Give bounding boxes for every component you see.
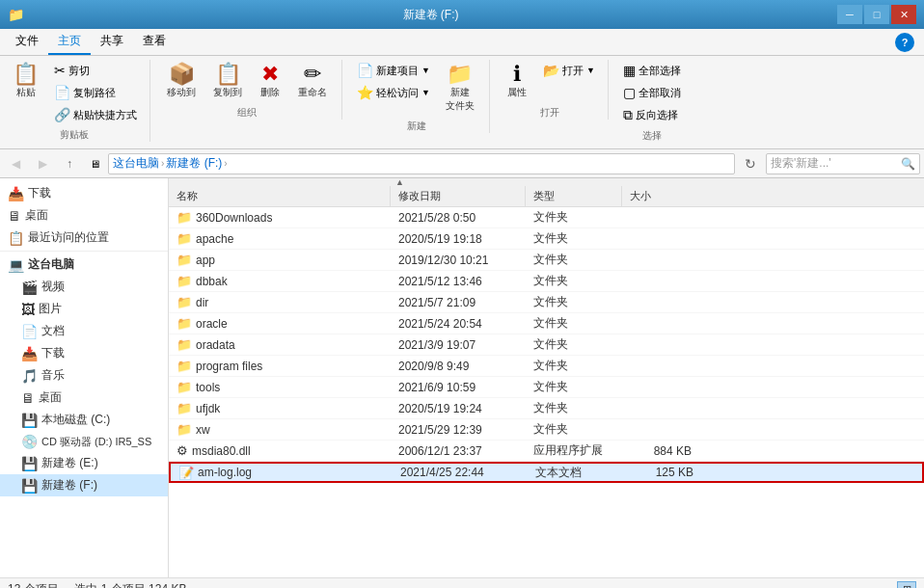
- new-item-button[interactable]: 📄 新建项目 ▼: [352, 60, 435, 81]
- file-type-cell: 文件夹: [526, 273, 622, 289]
- table-row[interactable]: 📁apache 2020/5/19 19:18 文件夹: [169, 228, 924, 250]
- search-box[interactable]: 搜索'新建...' 🔍: [766, 153, 920, 174]
- delete-button[interactable]: ✖ 删除: [253, 60, 287, 103]
- open-button[interactable]: 📂 打开 ▼: [538, 60, 600, 81]
- properties-button[interactable]: ℹ 属性: [500, 60, 534, 103]
- tab-view[interactable]: 查看: [133, 29, 176, 55]
- paste-shortcut-button[interactable]: 🔗 粘贴快捷方式: [49, 104, 142, 125]
- sidebar-item-c-drive[interactable]: 💾 本地磁盘 (C:): [0, 409, 168, 431]
- sidebar-item-e-drive[interactable]: 💾 新建卷 (E:): [0, 452, 168, 474]
- address-path[interactable]: 这台电脑 › 新建卷 (F:) ›: [108, 153, 735, 174]
- sidebar-item-videos[interactable]: 🎬 视频: [0, 276, 168, 298]
- tab-home[interactable]: 主页: [48, 29, 91, 55]
- easy-access-button[interactable]: ⭐ 轻松访问 ▼: [352, 82, 435, 103]
- minimize-button[interactable]: ─: [837, 5, 862, 24]
- sidebar-item-d-drive[interactable]: 💿 CD 驱动器 (D:) IR5_SS: [0, 431, 168, 452]
- download-icon: 📥: [8, 186, 24, 201]
- file-name-cell: 📁xw: [169, 422, 391, 437]
- location-icon-small: 🖥: [85, 156, 104, 172]
- search-icon: 🔍: [901, 157, 915, 171]
- sidebar-item-downloads[interactable]: 📥 下载: [0, 342, 168, 364]
- properties-label: 属性: [507, 86, 527, 99]
- file-type-cell: 应用程序扩展: [526, 442, 622, 459]
- select-all-button[interactable]: ▦ 全部选择: [618, 60, 686, 81]
- close-button[interactable]: ✕: [891, 5, 916, 24]
- new-item-icon: 📄: [357, 63, 373, 78]
- table-row[interactable]: 📁program files 2020/9/8 9:49 文件夹: [169, 356, 924, 377]
- refresh-button[interactable]: ↻: [739, 153, 762, 174]
- sidebar-item-downloads-quick[interactable]: 📥 下载: [0, 182, 168, 204]
- item-count: 13 个项目: [8, 582, 59, 588]
- table-row[interactable]: 📁dir 2021/5/7 21:09 文件夹: [169, 292, 924, 313]
- open-group-label: 打开: [540, 106, 559, 120]
- table-row[interactable]: 📁ufjdk 2020/5/19 19:24 文件夹: [169, 398, 924, 419]
- invert-selection-button[interactable]: ⧉ 反向选择: [618, 104, 686, 126]
- col-header-name[interactable]: 名称: [169, 186, 391, 206]
- new-folder-button[interactable]: 📁 新建文件夹: [439, 60, 481, 117]
- sidebar-label: CD 驱动器 (D:) IR5_SS: [41, 435, 151, 449]
- cut-button[interactable]: ✂ 剪切: [49, 60, 142, 81]
- file-date-cell: 2021/5/24 20:54: [391, 317, 526, 331]
- file-name-cell: 📁dir: [169, 295, 391, 309]
- c-drive-icon: 💾: [21, 413, 38, 428]
- help-button[interactable]: ?: [895, 33, 914, 52]
- table-row[interactable]: 📁tools 2021/6/9 10:59 文件夹: [169, 377, 924, 398]
- sidebar-item-documents[interactable]: 📄 文档: [0, 320, 168, 342]
- table-row[interactable]: 📁xw 2021/5/29 12:39 文件夹: [169, 419, 924, 441]
- path-computer[interactable]: 这台电脑: [113, 155, 159, 172]
- sidebar-item-desktop-quick[interactable]: 🖥 桌面: [0, 204, 168, 227]
- file-name-cell: ⚙msdia80.dll: [169, 443, 391, 458]
- folder-icon: 📁: [177, 401, 192, 415]
- move-icon: 📦: [169, 64, 195, 85]
- back-button[interactable]: ◀: [4, 153, 27, 174]
- sidebar-item-music[interactable]: 🎵 音乐: [0, 364, 168, 387]
- status-right: ≡ ⊞: [874, 581, 916, 589]
- rename-button[interactable]: ✏ 重命名: [291, 60, 334, 103]
- sidebar-label: 下载: [28, 185, 51, 201]
- organize-content: 📦 移动到 📋 复制到 ✖ 删除 ✏ 重命名: [160, 60, 334, 103]
- paste-button[interactable]: 📋 粘贴: [6, 60, 45, 103]
- details-view-button[interactable]: ≡: [874, 581, 893, 589]
- e-drive-icon: 💾: [21, 456, 38, 471]
- folder-icon: 📁: [8, 7, 24, 22]
- file-name-cell: 📁360Downloads: [169, 210, 391, 225]
- open-label: 打开: [562, 64, 584, 78]
- file-list: ▲ 名称 修改日期 类型 大小 📁360Downloads 2021/5/28 …: [169, 178, 924, 577]
- folder-icon: 📁: [177, 274, 192, 288]
- sidebar-label: 音乐: [41, 367, 65, 384]
- folder-icon: 📁: [177, 316, 192, 331]
- table-row-selected[interactable]: 📝am-log.log 2021/4/25 22:44 文本文档 125 KB: [169, 462, 924, 483]
- pictures-icon: 🖼: [21, 302, 35, 317]
- delete-label: 删除: [260, 86, 280, 99]
- select-none-button[interactable]: ▢ 全部取消: [618, 82, 686, 103]
- path-drive[interactable]: 新建卷 (F:): [166, 155, 222, 172]
- sidebar-item-desktop[interactable]: 🖥 桌面: [0, 387, 168, 409]
- tab-file[interactable]: 文件: [6, 29, 48, 55]
- table-row[interactable]: 📁app 2019/12/30 10:21 文件夹: [169, 250, 924, 271]
- table-row[interactable]: 📁dbbak 2021/5/12 13:46 文件夹: [169, 271, 924, 292]
- up-button[interactable]: ↑: [58, 153, 81, 174]
- table-row[interactable]: 📁360Downloads 2021/5/28 0:50 文件夹: [169, 207, 924, 228]
- file-type-cell: 文件夹: [526, 209, 622, 226]
- table-row[interactable]: 📁oradata 2021/3/9 19:07 文件夹: [169, 334, 924, 356]
- sidebar-item-recent[interactable]: 📋 最近访问的位置: [0, 227, 168, 249]
- sidebar-item-pictures[interactable]: 🖼 图片: [0, 298, 168, 320]
- col-header-date[interactable]: 修改日期: [391, 186, 526, 206]
- copy-path-button[interactable]: 📄 复制路径: [49, 82, 142, 103]
- col-header-type[interactable]: 类型: [526, 186, 622, 206]
- sidebar-item-this-pc[interactable]: 💻 这台电脑: [0, 254, 168, 276]
- file-date-cell: 2021/6/9 10:59: [391, 381, 526, 394]
- file-type-cell: 文件夹: [526, 252, 622, 268]
- sidebar-item-f-drive[interactable]: 💾 新建卷 (F:): [0, 474, 168, 496]
- forward-button[interactable]: ▶: [31, 153, 54, 174]
- copy-to-button[interactable]: 📋 复制到: [206, 60, 249, 103]
- tab-share[interactable]: 共享: [91, 29, 133, 55]
- table-row[interactable]: 📁oracle 2021/5/24 20:54 文件夹: [169, 313, 924, 334]
- sidebar-label: 文档: [41, 323, 65, 339]
- table-row[interactable]: ⚙msdia80.dll 2006/12/1 23:37 应用程序扩展 884 …: [169, 441, 924, 462]
- move-to-button[interactable]: 📦 移动到: [160, 60, 203, 103]
- f-drive-icon: 💾: [21, 478, 38, 494]
- large-icon-view-button[interactable]: ⊞: [897, 581, 916, 589]
- restore-button[interactable]: □: [864, 5, 889, 24]
- col-header-size[interactable]: 大小: [622, 186, 699, 206]
